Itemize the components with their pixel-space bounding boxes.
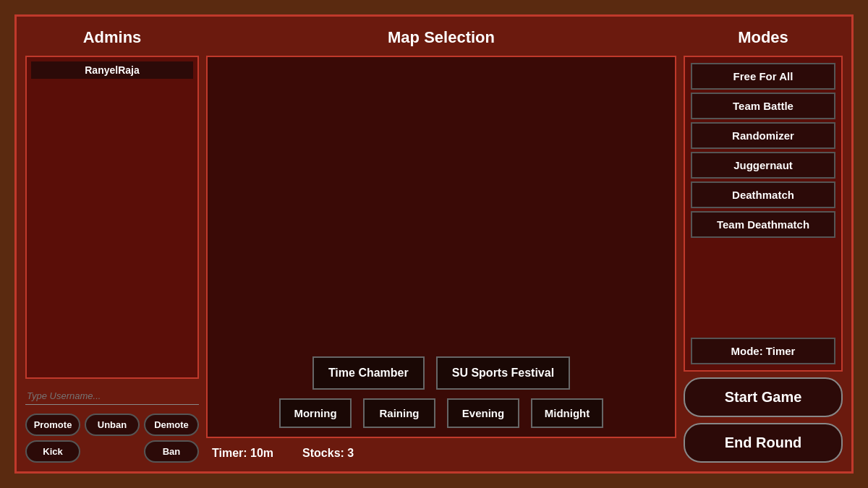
end-round-button[interactable]: End Round [684, 423, 843, 463]
mode-team-deathmatch[interactable]: Team Deathmatch [691, 211, 835, 238]
mode-deathmatch[interactable]: Deathmatch [691, 181, 835, 208]
time-row: Morning Raining Evening Midnight [216, 398, 666, 428]
start-game-button[interactable]: Start Game [684, 377, 843, 417]
modes-title: Modes [684, 25, 843, 50]
map-row: Time Chamber SU Sports Festival [216, 356, 666, 390]
map-time-chamber[interactable]: Time Chamber [312, 356, 425, 390]
mode-randomizer[interactable]: Randomizer [691, 122, 835, 149]
right-panel: Modes Free For All Team Battle Randomize… [684, 25, 843, 463]
main-container: Admins RanyelRaja Promote Unban Demote K… [14, 14, 854, 474]
left-panel: Admins RanyelRaja Promote Unban Demote K… [25, 25, 199, 463]
admins-title: Admins [25, 25, 199, 50]
admin-item: RanyelRaja [31, 61, 193, 79]
timer-label: Timer: 10m [212, 447, 273, 460]
time-raining[interactable]: Raining [363, 398, 435, 428]
mode-current-button[interactable]: Mode: Timer [691, 338, 835, 364]
promote-button[interactable]: Promote [25, 414, 80, 436]
username-input[interactable] [25, 388, 199, 405]
time-morning[interactable]: Morning [279, 398, 352, 428]
mode-juggernaut[interactable]: Juggernaut [691, 152, 835, 179]
modes-box: Free For All Team Battle Randomizer Jugg… [684, 56, 843, 372]
mode-free-for-all[interactable]: Free For All [691, 63, 835, 90]
admin-list-box: RanyelRaja [25, 56, 199, 379]
mode-team-battle[interactable]: Team Battle [691, 93, 835, 119]
ban-button[interactable]: Ban [144, 440, 199, 463]
bottom-info: Timer: 10m Stocks: 3 [206, 444, 676, 463]
kick-button[interactable]: Kick [25, 440, 80, 463]
time-evening[interactable]: Evening [447, 398, 519, 428]
map-su-sports-festival[interactable]: SU Sports Festival [436, 356, 570, 390]
admin-buttons: Promote Unban Demote Kick Ban [25, 414, 199, 463]
map-selection-title: Map Selection [206, 25, 676, 50]
demote-button[interactable]: Demote [144, 414, 199, 436]
center-panel: Map Selection Time Chamber SU Sports Fes… [206, 25, 676, 463]
time-midnight[interactable]: Midnight [531, 398, 603, 428]
map-selection-box: Time Chamber SU Sports Festival Morning … [206, 56, 676, 438]
stocks-label: Stocks: 3 [302, 447, 354, 460]
unban-button[interactable]: Unban [85, 414, 140, 436]
action-buttons: Start Game End Round [684, 377, 843, 463]
